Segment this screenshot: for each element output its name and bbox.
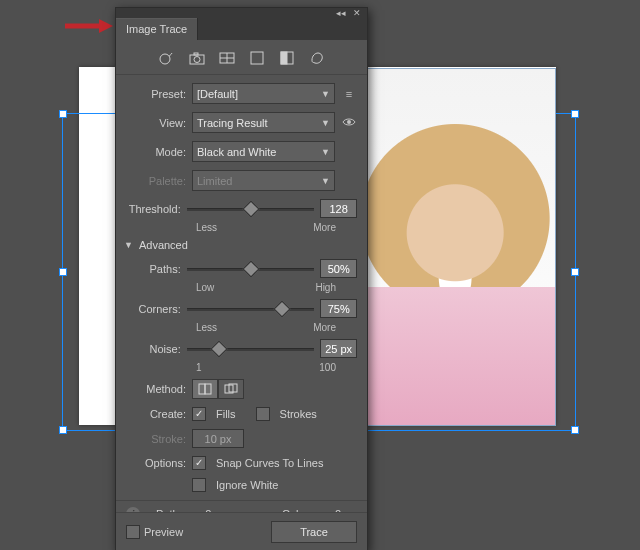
image-trace-panel: ◂◂ ✕ Image Trace Preset: [Default]▼ ≡ Vi…	[115, 7, 368, 550]
palette-label: Palette:	[126, 175, 186, 187]
preset-select[interactable]: [Default]▼	[192, 83, 335, 104]
preset-menu-icon[interactable]: ≡	[341, 88, 357, 100]
preset-value: [Default]	[197, 88, 238, 100]
method-overlapping[interactable]	[218, 379, 244, 399]
options-label: Options:	[126, 457, 186, 469]
corners-lo: Less	[196, 322, 217, 333]
halfsquare-icon[interactable]	[278, 50, 296, 66]
noise-hi: 100	[319, 362, 336, 373]
handle-tr[interactable]	[571, 110, 579, 118]
stroke-label: Stroke:	[126, 433, 186, 445]
stroke-value: 10 px	[192, 429, 244, 448]
threshold-slider[interactable]	[187, 202, 315, 216]
preview-label: Preview	[144, 526, 183, 538]
method-abutting[interactable]	[192, 379, 218, 399]
method-label: Method:	[126, 383, 186, 395]
eye-icon[interactable]	[341, 117, 357, 129]
snap-checkbox[interactable]	[192, 456, 206, 470]
svg-point-12	[347, 120, 351, 124]
paths-hi: High	[315, 282, 336, 293]
callout-arrow	[63, 17, 113, 35]
advanced-toggle[interactable]: ▼ Advanced	[124, 239, 357, 251]
view-label: View:	[126, 117, 186, 129]
noise-value[interactable]: 25 px	[320, 339, 357, 358]
svg-point-4	[194, 57, 200, 63]
mode-select[interactable]: Black and White▼	[192, 141, 335, 162]
corners-label: Corners:	[126, 303, 181, 315]
svg-rect-13	[199, 384, 205, 394]
trace-button[interactable]: Trace	[271, 521, 357, 543]
handle-bl[interactable]	[59, 426, 67, 434]
handle-ml[interactable]	[59, 268, 67, 276]
auto-icon[interactable]	[158, 50, 176, 66]
ignore-white-label: Ignore White	[216, 479, 278, 491]
panel-tabbar: Image Trace	[116, 18, 367, 40]
mode-value: Black and White	[197, 146, 276, 158]
strokes-checkbox[interactable]	[256, 407, 270, 421]
preview-checkbox[interactable]	[126, 525, 140, 539]
paths-label: Paths:	[126, 263, 181, 275]
grid-icon[interactable]	[218, 50, 236, 66]
preset-icon-row	[116, 40, 367, 75]
square-icon[interactable]	[248, 50, 266, 66]
svg-rect-5	[194, 53, 198, 55]
corners-hi: More	[313, 322, 336, 333]
handle-br[interactable]	[571, 426, 579, 434]
paths-slider[interactable]	[187, 262, 315, 276]
corners-slider[interactable]	[187, 302, 315, 316]
collapse-icon[interactable]: ◂◂	[336, 9, 346, 17]
ignore-white-checkbox[interactable]	[192, 478, 206, 492]
chevron-down-icon: ▼	[124, 240, 133, 250]
panel-title: Image Trace	[126, 23, 187, 35]
handle-tl[interactable]	[59, 110, 67, 118]
advanced-label: Advanced	[139, 239, 188, 251]
svg-marker-1	[99, 19, 113, 33]
noise-slider[interactable]	[187, 342, 315, 356]
placed-image[interactable]	[362, 68, 556, 426]
view-value: Tracing Result	[197, 117, 268, 129]
strokes-label: Strokes	[280, 408, 317, 420]
corners-value[interactable]: 75%	[320, 299, 357, 318]
paths-value[interactable]: 50%	[320, 259, 357, 278]
mode-label: Mode:	[126, 146, 186, 158]
noise-lo: 1	[196, 362, 202, 373]
camera-icon[interactable]	[188, 50, 206, 66]
fills-checkbox[interactable]	[192, 407, 206, 421]
view-select[interactable]: Tracing Result▼	[192, 112, 335, 133]
threshold-value[interactable]: 128	[320, 199, 357, 218]
blob-icon[interactable]	[308, 50, 326, 66]
paths-lo: Low	[196, 282, 214, 293]
threshold-label: Threshold:	[126, 203, 181, 215]
panel-window-controls: ◂◂ ✕	[116, 8, 367, 18]
snap-label: Snap Curves To Lines	[216, 457, 323, 469]
threshold-hi: More	[313, 222, 336, 233]
noise-label: Noise:	[126, 343, 181, 355]
close-icon[interactable]: ✕	[352, 9, 362, 17]
svg-rect-9	[251, 52, 263, 64]
svg-point-2	[160, 54, 170, 64]
svg-rect-11	[281, 52, 287, 64]
fills-label: Fills	[216, 408, 236, 420]
preset-label: Preset:	[126, 88, 186, 100]
palette-select: Limited▼	[192, 170, 335, 191]
svg-rect-14	[205, 384, 211, 394]
trace-button-label: Trace	[300, 526, 328, 538]
create-label: Create:	[126, 408, 186, 420]
panel-tab-image-trace[interactable]: Image Trace	[116, 18, 198, 40]
threshold-lo: Less	[196, 222, 217, 233]
handle-mr[interactable]	[571, 268, 579, 276]
palette-value: Limited	[197, 175, 232, 187]
